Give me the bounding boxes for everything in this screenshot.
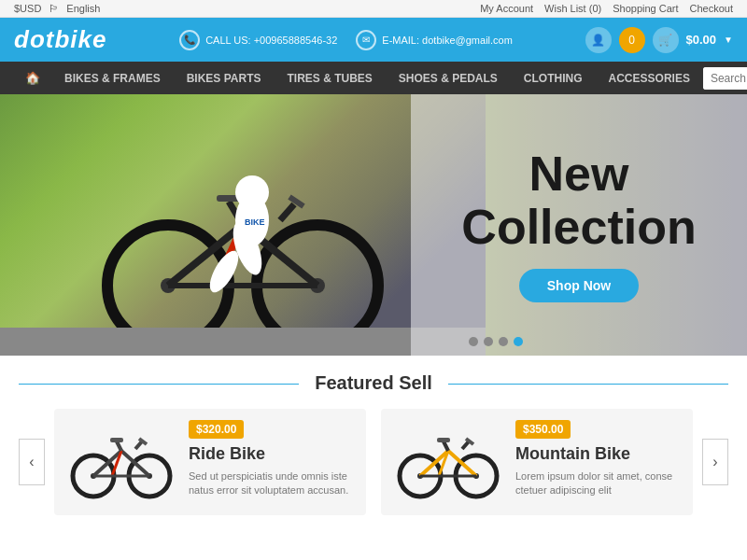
search-box: 🔍 xyxy=(703,67,747,90)
product-price-2: $350.00 xyxy=(515,420,571,439)
product-info-2: $350.00 Mountain Bike Lorem ipsum dolor … xyxy=(515,420,682,504)
product-name-1: Ride Bike xyxy=(189,444,355,464)
bike-image-2 xyxy=(392,425,504,499)
phone-contact: 📞 CALL US: +00965888546-32 xyxy=(179,30,337,50)
product-desc-1: Sed ut perspiciatis unde omnis iste natu… xyxy=(189,469,355,498)
product-card-1: $320.00 Ride Bike Sed ut perspiciatis un… xyxy=(54,409,366,515)
product-info-1: $320.00 Ride Bike Sed ut perspiciatis un… xyxy=(189,420,355,504)
wish-list-link[interactable]: Wish List (0) xyxy=(544,3,601,14)
products-container: $320.00 Ride Bike Sed ut perspiciatis un… xyxy=(45,409,702,515)
header-icons: 👤 0 🛒 $0.00 ▼ xyxy=(585,27,733,53)
cart-count: 0 xyxy=(628,34,635,47)
phone-label: CALL US: +00965888546-32 xyxy=(205,35,337,46)
lang-flag: 🏳 xyxy=(49,3,59,14)
prev-arrow-button[interactable]: ‹ xyxy=(19,439,45,485)
nav-bikes-parts[interactable]: BIKES PARTS xyxy=(174,63,275,94)
email-icon: ✉ xyxy=(356,30,376,50)
nav-accessories[interactable]: ACCESSORIES xyxy=(596,63,703,94)
slide-dot-1[interactable] xyxy=(469,337,478,346)
shop-now-button[interactable]: Shop Now xyxy=(519,269,639,302)
search-area: 🔍 xyxy=(703,67,747,90)
hero-title-line2: Collection xyxy=(461,201,696,254)
next-arrow-button[interactable]: › xyxy=(702,439,728,485)
svg-line-27 xyxy=(117,441,121,451)
svg-line-29 xyxy=(135,441,142,449)
checkout-link[interactable]: Checkout xyxy=(690,3,733,14)
cyclist-image: BIKE xyxy=(93,141,392,328)
featured-title: Featured Sell xyxy=(19,372,728,394)
svg-text:BIKE: BIKE xyxy=(245,217,265,227)
top-bar: $USD 🏳 English My Account Wish List (0) … xyxy=(0,0,747,18)
svg-line-40 xyxy=(444,441,448,451)
email-contact: ✉ E-MAIL: dotbike@gmail.com xyxy=(356,30,513,50)
hero-title-line1: New xyxy=(461,147,696,201)
bike-image-1 xyxy=(65,425,177,499)
slide-dot-4[interactable] xyxy=(514,337,523,346)
hero-overlay: New Collection Shop Now xyxy=(411,94,747,356)
site-logo[interactable]: dotbike xyxy=(14,25,106,54)
svg-rect-41 xyxy=(437,438,450,442)
product-desc-2: Lorem ipsum dolor sit amet, conse ctetue… xyxy=(515,469,682,498)
nav-shoes-pedals[interactable]: SHOES & PEDALS xyxy=(386,63,511,94)
cart-icon[interactable]: 🛒 xyxy=(653,27,679,53)
product-card-2: $350.00 Mountain Bike Lorem ipsum dolor … xyxy=(381,409,693,515)
header-contact: 📞 CALL US: +00965888546-32 ✉ E-MAIL: dot… xyxy=(179,30,513,50)
product-image-1 xyxy=(65,420,177,504)
language-selector[interactable]: English xyxy=(66,3,100,14)
user-icon[interactable]: 👤 xyxy=(585,27,612,53)
header: dotbike 📞 CALL US: +00965888546-32 ✉ E-M… xyxy=(0,18,747,62)
cart-badge-icon[interactable]: 0 xyxy=(619,27,645,53)
navigation: 🏠 BIKES & FRAMES BIKES PARTS TIRES & TUB… xyxy=(0,62,747,94)
svg-point-2 xyxy=(257,225,378,328)
search-input[interactable] xyxy=(703,67,747,90)
cart-dropdown-icon[interactable]: ▼ xyxy=(724,35,733,45)
slide-dot-3[interactable] xyxy=(499,337,508,346)
phone-icon: 📞 xyxy=(179,30,200,50)
svg-point-16 xyxy=(235,175,269,209)
featured-section: Featured Sell ‹ xyxy=(0,356,747,525)
currency-selector[interactable]: $USD xyxy=(14,3,41,14)
cart-total[interactable]: $0.00 xyxy=(686,33,717,47)
top-bar-right: My Account Wish List (0) Shopping Cart C… xyxy=(480,3,733,14)
hero-banner: BIKE New Collection Shop Now xyxy=(0,94,747,356)
nav-tires-tubes[interactable]: TIRES & TUBES xyxy=(274,63,385,94)
product-price-1: $320.00 xyxy=(189,420,244,439)
svg-point-0 xyxy=(107,225,229,328)
products-row: ‹ xyxy=(19,409,728,515)
product-name-2: Mountain Bike xyxy=(515,444,682,464)
nav-home[interactable]: 🏠 xyxy=(14,62,51,94)
shopping-cart-link[interactable]: Shopping Cart xyxy=(613,3,678,14)
my-account-link[interactable]: My Account xyxy=(480,3,533,14)
top-bar-left: $USD 🏳 English xyxy=(14,3,100,14)
product-image-2 xyxy=(392,420,504,504)
svg-rect-28 xyxy=(110,438,123,442)
nav-clothing[interactable]: CLOTHING xyxy=(511,63,596,94)
svg-line-11 xyxy=(280,204,294,220)
svg-line-42 xyxy=(462,441,469,449)
hero-title: New Collection xyxy=(461,147,696,254)
slider-dots xyxy=(469,337,523,346)
nav-bikes-frames[interactable]: BIKES & FRAMES xyxy=(51,63,174,94)
email-label: E-MAIL: dotbike@gmail.com xyxy=(382,35,513,46)
slide-dot-2[interactable] xyxy=(484,337,493,346)
